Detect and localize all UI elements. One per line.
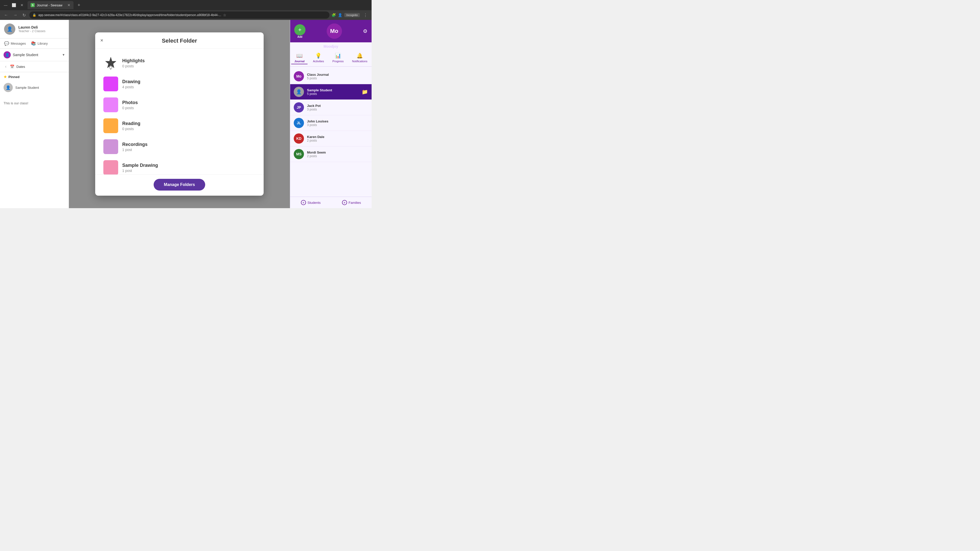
maximize-button[interactable]: ⬜ <box>10 2 18 9</box>
close-window-button[interactable]: ✕ <box>18 2 25 9</box>
browser-tab[interactable]: S Journal - Seesaw ✕ <box>27 1 73 9</box>
browser-extension-icon[interactable]: 🧩 <box>331 13 336 17</box>
folder-item-recordings[interactable]: Recordings 1 post <box>101 136 258 157</box>
folder-color-recordings <box>103 139 118 154</box>
class-journal-name: Class Journal <box>307 73 368 76</box>
activities-icon: 💡 <box>315 52 321 59</box>
list-item-karen-dale[interactable]: KD Karen Dale 2 posts <box>290 131 372 146</box>
folder-color-photos <box>103 97 118 112</box>
dates-bar[interactable]: ‹ 📅 Dates <box>0 61 68 72</box>
forward-button[interactable]: → <box>12 12 19 18</box>
profile-icon[interactable]: 👤 <box>338 13 342 17</box>
john-louises-info: John Louises 3 posts <box>307 119 368 127</box>
messages-nav[interactable]: 💬 Messages <box>4 41 26 46</box>
add-students-button[interactable]: + Students <box>301 200 321 205</box>
back-button[interactable]: ← <box>3 12 10 18</box>
add-button[interactable]: + <box>294 24 305 35</box>
journal-tab-label: Journal <box>294 60 304 63</box>
gear-icon[interactable]: ⚙ <box>363 28 368 34</box>
list-item-class-journal[interactable]: Mo Class Journal 5 posts <box>290 68 372 84</box>
right-sidebar: + Add Mo ⚙ Moodjoy 📖 Journal 💡 Activitie… <box>290 20 372 208</box>
calendar-icon: 📅 <box>10 65 14 68</box>
folder-item-sample-drawing[interactable]: Sample Drawing 1 post <box>101 157 258 175</box>
folder-info-photos: Photos 0 posts <box>122 100 256 110</box>
tab-journal[interactable]: 📖 Journal <box>291 52 307 64</box>
folder-item-drawing[interactable]: Drawing 4 posts <box>101 73 258 94</box>
sample-student-avatar: 👤 <box>294 87 304 97</box>
star-icon: ★ <box>3 75 7 79</box>
families-plus-icon: + <box>342 200 347 205</box>
pinned-section: ★ Pinned 👤 Sample Student <box>0 72 68 96</box>
folder-item-photos[interactable]: Photos 0 posts <box>101 94 258 115</box>
mo-avatar: Mo <box>327 24 342 39</box>
new-tab-button[interactable]: + <box>76 3 83 8</box>
pinned-avatar: 👤 <box>3 83 13 92</box>
john-louises-name: John Louises <box>307 119 368 123</box>
karen-dale-name: Karen Dale <box>307 135 368 139</box>
john-louises-posts: 3 posts <box>307 123 368 127</box>
folder-item-highlights[interactable]: Highlights 0 posts <box>101 52 258 73</box>
top-nav: 💬 Messages 📚 Library <box>0 38 68 49</box>
modal-title: Select Folder <box>162 38 197 44</box>
class-description: This is our class! <box>0 96 68 110</box>
karen-dale-info: Karen Dale 2 posts <box>307 135 368 142</box>
more-options-button[interactable]: ⋮ <box>362 12 369 19</box>
mordi-seem-avatar: MS <box>294 149 304 159</box>
modal-body: Highlights 0 posts Drawing 4 posts <box>95 48 264 175</box>
folder-count-sample-drawing: 1 post <box>122 168 256 173</box>
list-item-sample-student[interactable]: 👤 Sample Student 5 posts 📁 <box>290 84 372 100</box>
user-info: Lauren Deli Teacher - 2 Classes <box>18 25 65 33</box>
pinned-student[interactable]: 👤 Sample Student <box>3 81 65 94</box>
student-selector[interactable]: 👤 Sample Student ▼ <box>0 49 68 61</box>
bottom-actions: + Students + Families <box>290 197 372 208</box>
messages-label: Messages <box>11 41 26 45</box>
user-avatar: 👤 <box>4 24 15 35</box>
karen-dale-avatar: KD <box>294 133 304 144</box>
app-container: 👤 Lauren Deli Teacher - 2 Classes 💬 Mess… <box>0 20 372 208</box>
select-folder-modal: × Select Folder <box>95 32 264 196</box>
class-journal-posts: 5 posts <box>307 76 368 80</box>
window-controls: — ⬜ ✕ <box>2 2 25 9</box>
folder-info-sample-drawing: Sample Drawing 1 post <box>122 163 256 173</box>
reload-button[interactable]: ↻ <box>21 12 27 19</box>
svg-point-1 <box>110 66 112 68</box>
tab-title: Journal - Seesaw <box>37 3 62 7</box>
journal-icon: 📖 <box>296 52 303 59</box>
add-students-label: Students <box>307 201 321 205</box>
jack-pot-avatar: JP <box>294 102 304 113</box>
dates-back-icon: ‹ <box>3 63 8 70</box>
folder-count-recordings: 1 post <box>122 148 256 152</box>
sample-student-info: Sample Student 5 posts <box>307 88 359 96</box>
modal-close-button[interactable]: × <box>100 38 103 43</box>
list-item-mordi-seem[interactable]: MS Mordi Seem 2 posts <box>290 146 372 162</box>
folder-name-highlights: Highlights <box>122 58 256 64</box>
add-button-group[interactable]: + Add <box>294 24 305 38</box>
add-families-label: Families <box>348 201 361 205</box>
add-families-button[interactable]: + Families <box>342 200 361 205</box>
students-plus-icon: + <box>301 200 306 205</box>
class-journal-info: Class Journal 5 posts <box>307 73 368 80</box>
minimize-button[interactable]: — <box>2 2 9 9</box>
mordi-seem-info: Mordi Seem 2 posts <box>307 151 368 158</box>
folder-count-reading: 0 posts <box>122 127 256 131</box>
activities-tab-label: Activities <box>313 60 324 63</box>
folder-info-highlights: Highlights 0 posts <box>122 58 256 68</box>
mordi-seem-name: Mordi Seem <box>307 151 368 154</box>
bookmark-icon[interactable]: ☆ <box>223 13 226 17</box>
folder-item-reading[interactable]: Reading 0 posts <box>101 115 258 136</box>
library-nav[interactable]: 📚 Library <box>31 41 48 46</box>
list-item-john-louises[interactable]: JL John Louises 3 posts <box>290 115 372 131</box>
notifications-tab-label: Notifications <box>352 60 368 63</box>
modal-overlay[interactable]: × Select Folder <box>69 20 290 208</box>
list-item-jack-pot[interactable]: JP Jack Pot 3 posts <box>290 100 372 115</box>
tab-activities[interactable]: 💡 Activities <box>310 52 327 64</box>
tab-progress[interactable]: 📊 Progress <box>329 52 347 64</box>
manage-folders-button[interactable]: Manage Folders <box>154 179 205 191</box>
jack-pot-name: Jack Pot <box>307 104 368 108</box>
url-text: app.seesaw.me/#/class/class.e01bf4c2-9a2… <box>38 13 221 17</box>
address-bar[interactable]: 🔒 app.seesaw.me/#/class/class.e01bf4c2-9… <box>29 11 329 19</box>
tab-notifications[interactable]: 🔔 Notifications <box>349 52 371 64</box>
left-sidebar: 👤 Lauren Deli Teacher - 2 Classes 💬 Mess… <box>0 20 69 208</box>
tab-close-button[interactable]: ✕ <box>67 3 70 7</box>
student-selector-icon: 👤 <box>3 51 11 59</box>
